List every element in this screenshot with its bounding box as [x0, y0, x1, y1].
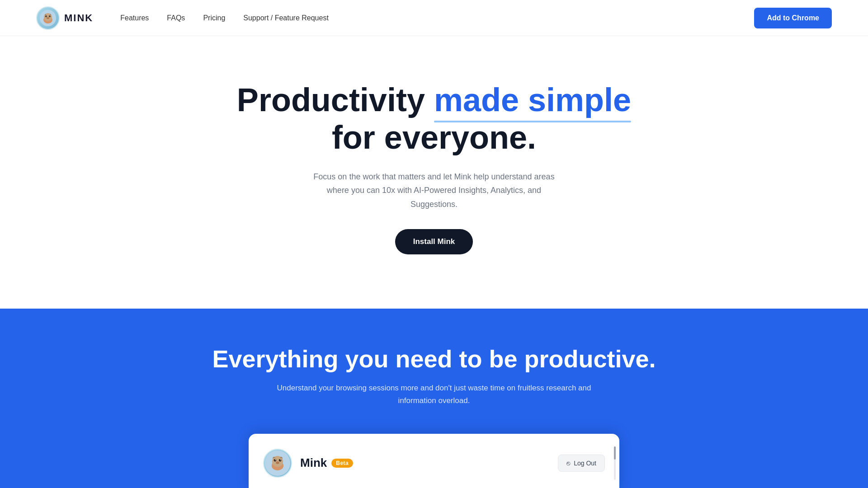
nav-link-faqs[interactable]: FAQs	[167, 14, 185, 22]
logo-icon	[36, 6, 60, 30]
hero-section: Productivity made simple for everyone. F…	[0, 36, 868, 309]
svg-point-12	[279, 459, 282, 461]
navbar: MINK Features FAQs Pricing Support / Fea…	[0, 0, 868, 36]
nav-link-pricing[interactable]: Pricing	[203, 14, 225, 22]
widget-mascot-icon	[264, 449, 291, 478]
nav-link-support[interactable]: Support / Feature Request	[243, 14, 329, 22]
svg-point-3	[45, 15, 47, 17]
svg-point-4	[49, 15, 51, 17]
widget-preview: Mink Beta ⎋ Log Out	[249, 434, 619, 488]
scrollbar-thumb	[614, 446, 616, 460]
install-mink-button[interactable]: Install Mink	[395, 229, 473, 254]
blue-section-title: Everything you need to be productive.	[212, 345, 656, 373]
add-to-chrome-button[interactable]: Add to Chrome	[754, 8, 832, 28]
widget-name-row: Mink Beta	[300, 456, 353, 470]
hero-title-highlight: made simple	[434, 81, 631, 119]
navbar-left: MINK Features FAQs Pricing Support / Fea…	[36, 6, 329, 30]
widget-name: Mink	[300, 456, 327, 470]
blue-section: Everything you need to be productive. Un…	[0, 309, 868, 488]
logo-link[interactable]: MINK	[36, 6, 93, 30]
svg-point-14	[275, 459, 276, 460]
logo-text: MINK	[64, 12, 93, 24]
mascot-icon	[39, 9, 57, 27]
nav-links: Features FAQs Pricing Support / Feature …	[120, 14, 329, 22]
hero-title-part2: for everyone.	[332, 119, 536, 155]
log-out-label: Log Out	[574, 460, 596, 467]
svg-point-11	[274, 459, 277, 461]
beta-badge: Beta	[331, 459, 353, 468]
scrollbar-area	[614, 446, 616, 480]
hero-subtitle: Focus on the work that matters and let M…	[307, 170, 561, 211]
hero-title: Productivity made simple for everyone.	[237, 81, 631, 156]
svg-point-15	[280, 459, 281, 460]
log-out-button[interactable]: ⎋ Log Out	[558, 455, 605, 472]
nav-link-features[interactable]: Features	[120, 14, 149, 22]
blue-section-subtitle: Understand your browsing sessions more a…	[276, 382, 592, 406]
svg-point-13	[276, 461, 279, 464]
svg-point-7	[50, 15, 50, 16]
hero-title-part1: Productivity	[237, 82, 434, 118]
widget-avatar	[263, 449, 292, 478]
log-out-icon: ⎋	[566, 460, 570, 467]
widget-right: ⎋ Log Out	[558, 455, 605, 472]
widget-info: Mink Beta	[300, 456, 353, 470]
svg-point-6	[46, 15, 47, 16]
svg-point-5	[47, 17, 49, 19]
